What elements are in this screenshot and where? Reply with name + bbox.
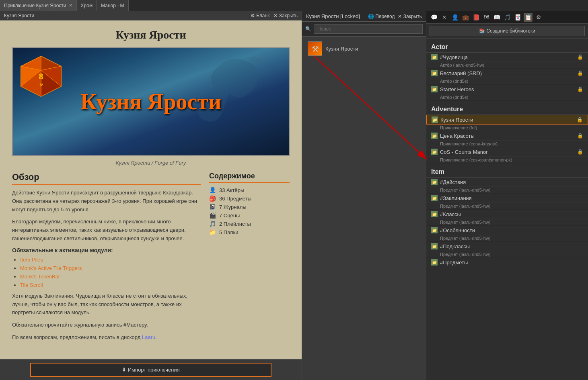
lock-icon: 🔒: [577, 70, 583, 76]
tab-adventure[interactable]: Приключение Кузня Ярости ✕: [0, 0, 77, 11]
contents-item-label: 7 Сцены: [219, 212, 240, 219]
toolbar-scenes-icon[interactable]: 🗺: [482, 13, 491, 22]
toolbar-items-icon[interactable]: 💼: [461, 13, 470, 22]
library-item[interactable]: 📁 Бестиарий (SRD) 🔒: [426, 69, 588, 78]
adventure-header: Кузня Ярости ⚙ Бланк ✕ Закрыть: [0, 11, 302, 20]
toolbar-compendium-icon[interactable]: 📋: [524, 13, 532, 22]
library-item[interactable]: 📁 #Действия: [426, 178, 588, 187]
library-item[interactable]: 📁 #Классы: [426, 210, 588, 219]
library-category-item: Item: [426, 165, 588, 178]
close-adventure-button[interactable]: ✕ Закрыть: [273, 13, 298, 18]
library-item-name: #Предметы: [440, 259, 583, 266]
contents-list: 👤33 Актёры🎒36 Предметы📓7 Журналы🎬7 Сцены…: [209, 187, 290, 235]
library-item[interactable]: 📁 #Особенности: [426, 226, 588, 235]
create-library-button[interactable]: 📚 Создание библиотеки: [430, 26, 585, 36]
required-title: Обязательные к активации модули:: [12, 247, 201, 253]
content-columns: Обзор Действие Кузни Ярости происходит в…: [12, 172, 290, 346]
list-item: Item Piles: [20, 257, 201, 263]
import-bar: ⬇ Импорт приключения: [0, 359, 302, 380]
contents-item: 🎬7 Сцены: [209, 212, 290, 219]
folder-icon: 📁: [431, 54, 438, 60]
tab-manor[interactable]: Манор - М: [97, 0, 128, 11]
library-item[interactable]: 📁 Starter Heroes 🔒: [426, 85, 588, 94]
main-layout: Кузня Ярости ⚙ Бланк ✕ Закрыть Кузня Яро…: [0, 11, 588, 380]
library-item-sub: Приключение (cos-countsmanor-pk): [426, 157, 588, 163]
translate-button[interactable]: 🌐 Перевод: [368, 14, 395, 19]
adventure-header-title: Кузня Ярости: [4, 13, 34, 18]
library-item[interactable]: 📁 #Чудовища 🔒: [426, 53, 588, 62]
overview-col: Обзор Действие Кузни Ярости происходит в…: [12, 172, 201, 346]
monks-tile-link[interactable]: Monk's Active Tile Triggers: [20, 265, 82, 271]
blank-button[interactable]: ⚙ Бланк: [251, 13, 270, 18]
library-category-adventure: Adventure: [426, 102, 588, 115]
toolbar-icons: 💬 ✕ 👤 💼 📕 🗺 📖 🎵 🃏 📋 ⚙: [430, 13, 543, 22]
compendium-adventure-item[interactable]: ⚒ Кузня Ярости: [305, 40, 423, 57]
toolbar-cards-icon[interactable]: 🃏: [513, 13, 522, 22]
lock-icon: 🔒: [577, 54, 583, 60]
header-actions: ⚙ Бланк ✕ Закрыть: [251, 13, 298, 18]
overview-section-title: Обзор: [12, 172, 201, 185]
toolbar-actors-icon[interactable]: 👤: [450, 13, 459, 22]
library-item[interactable]: 📁 Цена Красоты 🔒: [426, 131, 588, 141]
banner-main-text: Кузня Ярости: [80, 89, 222, 114]
middle-actions: 🌐 Перевод ✕ Закрыть: [368, 14, 422, 19]
contents-item-label: 5 Папки: [219, 229, 238, 235]
right-panel: 💬 ✕ 👤 💼 📕 🗺 📖 🎵 🃏 📋 ⚙ 📚 Создание библиот…: [426, 11, 588, 380]
create-library-container: 📚 Создание библиотеки: [426, 24, 588, 39]
contents-title: Содержимое: [209, 172, 290, 183]
middle-title: Кузня Ярости [Locked]: [306, 13, 360, 19]
search-input[interactable]: [314, 24, 423, 34]
folder-icon: 📁: [431, 133, 438, 139]
contents-icon: 🎬: [209, 212, 216, 219]
library-item-sub: Приключение (cena-krasoty): [426, 141, 588, 147]
contents-item: 🎵2 Плейлисты: [209, 221, 290, 227]
contents-item: 🎒36 Предметы: [209, 195, 290, 202]
folder-icon: 📁: [431, 259, 438, 266]
toolbar-music-icon[interactable]: 🎵: [503, 13, 512, 22]
compendium-item-name: Кузня Ярости: [325, 46, 358, 52]
svg-text:⚒: ⚒: [39, 83, 43, 87]
contents-item-label: 2 Плейлисты: [219, 221, 251, 227]
toolbar-journal-icon[interactable]: 📕: [471, 13, 480, 22]
library-item-name: #Классы: [440, 211, 583, 217]
import-button[interactable]: ⬇ Импорт приключения: [30, 363, 271, 377]
library-item[interactable]: 📁 Кузня Ярости 🔒: [426, 115, 588, 125]
library-item-sub: Предмет (laaru-dnd5-hw): [426, 219, 588, 226]
library-item-name: #Подклассы: [440, 243, 583, 249]
library-item-name: #Действия: [440, 179, 583, 185]
contents-item: 📓7 Журналы: [209, 204, 290, 210]
library-item-sub: Актёр (dnd5e): [426, 94, 588, 101]
tile-scroll-link[interactable]: Tile Scroll: [20, 282, 43, 288]
tab-main[interactable]: Хром: [77, 0, 97, 11]
tab-main-label: Хром: [81, 3, 93, 8]
toolbar-tables-icon[interactable]: 📖: [492, 13, 501, 22]
library-item[interactable]: 📁 CoS - Counts Manor 🔒: [426, 147, 588, 157]
tab-manor-label: Манор - М: [101, 3, 124, 8]
toolbar-combat-icon[interactable]: ✕: [440, 13, 449, 22]
close-compendium-button[interactable]: ✕ Закрыть: [398, 14, 422, 19]
folder-icon: 📁: [431, 179, 438, 185]
monks-tokenbar-link[interactable]: Monk's TokenBar: [20, 274, 60, 280]
folder-icon: 📁: [431, 211, 438, 217]
library-list: Actor 📁 #Чудовища 🔒 Актёр (laaru-dnd5-hw…: [426, 39, 588, 380]
contents-icon: 📓: [209, 204, 216, 210]
library-item-name: #Особенности: [440, 227, 583, 233]
lock-icon: 🔒: [577, 149, 583, 155]
folder-icon: 📁: [431, 227, 438, 233]
optional-text-1: Хотя модуль Заклинания, Чудовища и Класс…: [12, 292, 201, 317]
toolbar-settings-icon[interactable]: ⚙: [534, 13, 543, 22]
library-item[interactable]: 📁 #Подклассы: [426, 242, 588, 251]
item-piles-link[interactable]: Item Piles: [20, 257, 43, 263]
contents-item: 📁5 Папки: [209, 229, 290, 235]
list-item: Monk's Active Tile Triggers: [20, 265, 201, 271]
toolbar-chat-icon[interactable]: 💬: [430, 13, 438, 22]
tab-adventure-close[interactable]: ✕: [69, 3, 72, 8]
library-category-actor: Actor: [426, 40, 588, 53]
tab-adventure-label: Приключение Кузня Ярости: [4, 3, 66, 8]
list-item: Monk's TokenBar: [20, 274, 201, 280]
discord-link[interactable]: Laaru: [142, 334, 155, 340]
library-item[interactable]: 📁 #Заклинания: [426, 194, 588, 203]
library-item[interactable]: 📁 #Предметы: [426, 258, 588, 267]
library-item-name: CoS - Counts Manor: [440, 149, 576, 155]
library-item-sub: Предмет (laaru-dnd5-hw): [426, 187, 588, 194]
